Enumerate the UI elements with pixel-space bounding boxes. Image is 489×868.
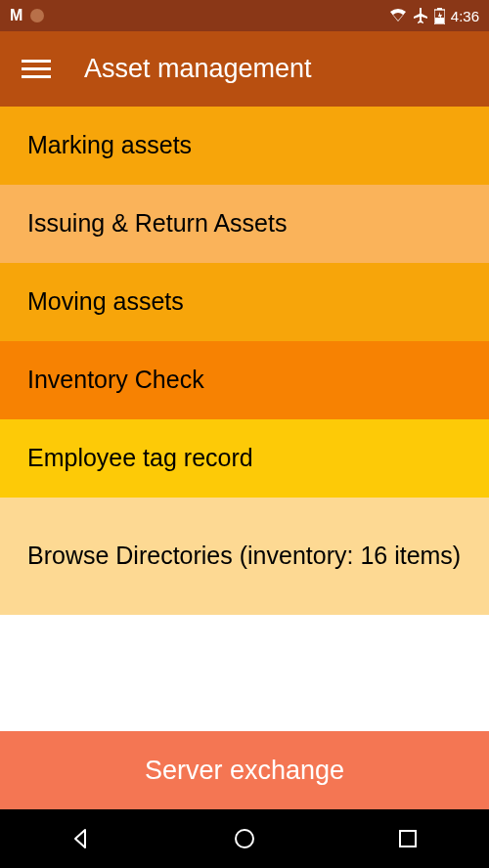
menu-item-browse-directories[interactable]: Browse Directories (inventory: 16 items) <box>0 498 489 615</box>
hamburger-menu-icon[interactable] <box>22 55 51 84</box>
content-spacer <box>0 615 489 731</box>
menu-item-inventory-check[interactable]: Inventory Check <box>0 341 489 419</box>
svg-point-3 <box>236 830 253 847</box>
airplane-mode-icon <box>413 8 428 23</box>
menu-item-label: Employee tag record <box>27 442 253 475</box>
wifi-icon <box>389 8 407 23</box>
menu-item-label: Inventory Check <box>27 364 204 397</box>
battery-charging-icon <box>434 8 445 24</box>
menu-item-label: Marking assets <box>27 129 192 162</box>
status-bar: M 4:36 <box>0 0 489 31</box>
svg-rect-2 <box>435 18 444 23</box>
app-title: Asset management <box>84 54 312 84</box>
menu-list: Marking assets Issuing & Return Assets M… <box>0 107 489 731</box>
status-time: 4:36 <box>451 8 479 24</box>
gmail-icon: M <box>10 7 22 24</box>
menu-item-employee-tag-record[interactable]: Employee tag record <box>0 419 489 498</box>
menu-item-label: Issuing & Return Assets <box>27 207 287 240</box>
android-nav-bar <box>0 809 489 868</box>
menu-item-issuing-return-assets[interactable]: Issuing & Return Assets <box>0 185 489 263</box>
screen: M 4:36 Asset management Marking assets I… <box>0 0 489 868</box>
nav-home-button[interactable] <box>231 825 258 852</box>
app-bar: Asset management <box>0 31 489 107</box>
menu-item-marking-assets[interactable]: Marking assets <box>0 107 489 185</box>
nav-recent-button[interactable] <box>394 825 422 852</box>
notification-dot-icon <box>30 9 44 22</box>
menu-item-label: Browse Directories (inventory: 16 items) <box>27 540 461 573</box>
menu-item-label: Moving assets <box>27 285 184 319</box>
nav-back-button[interactable] <box>67 825 95 852</box>
svg-rect-1 <box>437 8 442 10</box>
status-right: 4:36 <box>389 8 479 24</box>
server-exchange-button[interactable]: Server exchange <box>0 731 489 809</box>
menu-item-moving-assets[interactable]: Moving assets <box>0 263 489 341</box>
svg-rect-4 <box>400 831 416 846</box>
server-exchange-label: Server exchange <box>145 756 344 786</box>
status-left: M <box>10 7 44 24</box>
